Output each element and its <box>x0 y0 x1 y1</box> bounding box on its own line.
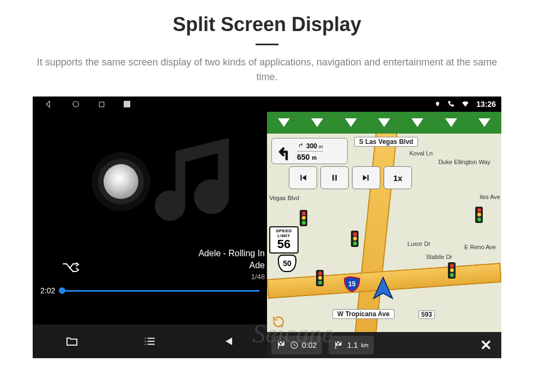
route-50-shield: 50 <box>278 255 296 272</box>
lane-arrow-icon <box>345 118 357 127</box>
sim-prev-button[interactable] <box>289 166 317 189</box>
map-label: Duke Ellington Way <box>438 159 490 165</box>
image-icon <box>124 101 130 107</box>
map-canvas[interactable]: S Las Vegas Blvd W Tropicana Ave 593 Kov… <box>267 134 501 332</box>
svg-text:15: 15 <box>348 280 356 288</box>
clock-icon <box>290 341 299 349</box>
speed-limit-sign: SPEED LIMIT 56 <box>269 226 299 254</box>
progress-row: 2:02 <box>33 286 267 295</box>
recent-icon[interactable] <box>98 101 105 108</box>
map-label: Luxor Dr <box>408 240 430 247</box>
lane-guidance-bar <box>267 112 501 134</box>
clock: 13:26 <box>476 100 496 108</box>
map-label: E Reno Ave <box>464 244 496 250</box>
svg-point-0 <box>73 101 79 107</box>
next-turn-distance: 300 <box>306 142 317 150</box>
back-icon[interactable] <box>46 100 53 108</box>
remaining-distance: 1.1 <box>347 341 357 349</box>
svg-rect-1 <box>99 102 104 107</box>
phone-icon <box>447 100 454 108</box>
destination-flag-icon <box>277 340 287 350</box>
lane-arrow-icon <box>411 118 423 127</box>
progress-thumb[interactable] <box>59 287 65 294</box>
sim-pause-button[interactable] <box>320 166 349 189</box>
android-nav-bar <box>33 97 267 112</box>
traffic-light-icon <box>316 270 324 286</box>
sim-next-button[interactable] <box>352 166 380 189</box>
sim-speed-button[interactable]: 1x <box>384 166 412 189</box>
lane-arrow-icon <box>311 118 323 127</box>
music-bottom-bar <box>33 324 267 358</box>
remaining-distance-unit: km <box>361 342 368 348</box>
track-index: 1/48 <box>198 272 265 282</box>
map-label: iles Ave <box>480 194 500 200</box>
turn-right-small-icon <box>297 141 305 148</box>
sim-controls: 1x <box>289 166 412 189</box>
track-artist: Ade <box>198 260 265 272</box>
eta-time-segment[interactable]: 0:02 <box>271 336 322 354</box>
map-label: Koval Ln <box>409 150 433 156</box>
turn-distance-unit: m <box>312 155 317 161</box>
location-icon <box>435 100 440 108</box>
street-number: 593 <box>418 310 435 319</box>
street-label: S Las Vegas Blvd <box>354 137 418 147</box>
status-bar-right: 13:26 <box>267 97 501 112</box>
street-label: W Tropicana Ave <box>332 309 395 319</box>
shuffle-icon[interactable] <box>62 261 80 276</box>
page-subtitle: It supports the same screen display of t… <box>27 55 507 85</box>
music-pane: Adele - Rolling In Ade 1/48 2:02 <box>33 97 267 358</box>
track-meta: Adele - Rolling In Ade 1/48 <box>198 248 265 282</box>
traffic-light-icon <box>475 207 483 223</box>
progress-bar[interactable] <box>62 290 259 292</box>
turn-distance-value: 650 <box>297 153 310 161</box>
music-body: Adele - Rolling In Ade 1/48 2:02 <box>33 112 267 324</box>
speed-limit-label: SPEED <box>270 228 298 233</box>
lane-arrow-icon <box>478 118 490 127</box>
title-underline <box>256 44 278 45</box>
lane-arrow-icon <box>378 118 390 127</box>
next-turn-unit: m <box>319 144 323 149</box>
elapsed-time: 2:02 <box>40 286 55 295</box>
traffic-light-icon <box>448 262 456 279</box>
turn-left-icon <box>275 141 295 161</box>
vehicle-marker <box>371 275 396 303</box>
home-icon[interactable] <box>72 100 80 108</box>
close-nav-button[interactable]: ✕ <box>475 337 497 354</box>
refresh-icon[interactable] <box>271 315 286 329</box>
page-title: Split Screen Display <box>173 13 361 36</box>
folder-icon[interactable] <box>64 335 80 348</box>
speed-limit-value: 56 <box>270 238 298 250</box>
play-disc-button[interactable] <box>104 164 138 199</box>
map-label: Stabile Dr <box>426 254 452 260</box>
eta-time: 0:02 <box>302 341 317 349</box>
device-screenshot: Adele - Rolling In Ade 1/48 2:02 13:26 <box>33 97 501 358</box>
lane-arrow-icon <box>445 118 457 127</box>
distance-segment[interactable]: 1.1 km <box>329 336 374 354</box>
track-title: Adele - Rolling In <box>198 248 265 260</box>
interstate-15-shield: 15 <box>343 275 361 293</box>
turn-card: 300 m 650 m <box>271 138 348 164</box>
wifi-icon <box>461 100 470 108</box>
playlist-icon[interactable] <box>142 335 158 347</box>
destination-flag-icon <box>334 340 344 350</box>
lane-arrow-icon <box>278 118 290 127</box>
nav-bottom-bar: 0:02 1.1 km ✕ <box>267 332 501 358</box>
navigation-pane: 13:26 S Las Vegas Blvd W Tropicana Ave 5… <box>267 97 501 358</box>
traffic-light-icon <box>300 210 307 226</box>
map-label: Vegas Blvd <box>269 195 299 201</box>
traffic-light-icon <box>351 231 359 247</box>
album-art-placeholder <box>142 131 272 240</box>
prev-track-icon[interactable] <box>220 335 236 348</box>
